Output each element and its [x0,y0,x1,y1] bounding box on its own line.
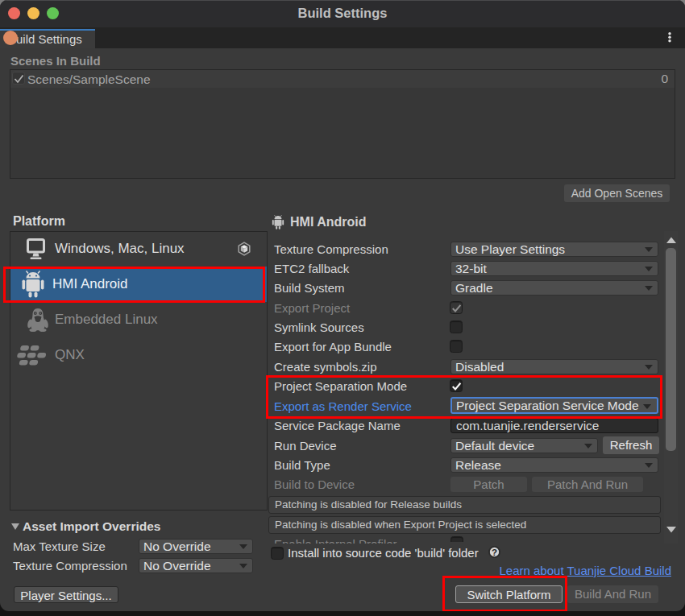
svg-text:?: ? [492,548,497,557]
